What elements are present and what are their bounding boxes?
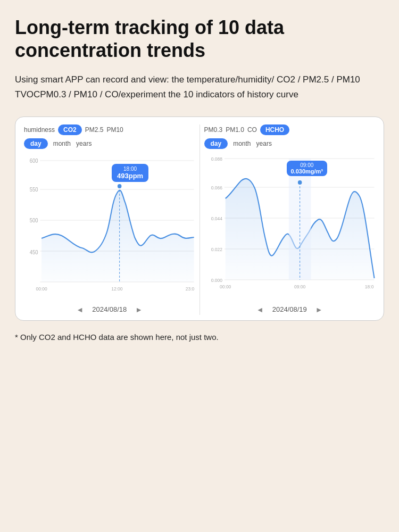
footnote: * Only CO2 and HCHO data are shown here,… [15, 331, 384, 344]
svg-text:0.044: 0.044 [211, 216, 222, 221]
time-years-right[interactable]: years [256, 140, 272, 147]
tab-co[interactable]: CO [247, 126, 257, 134]
chart-bottom-right: ◄ 2024/08/19 ► [204, 304, 376, 315]
prev-arrow-right[interactable]: ◄ [253, 304, 267, 315]
date-left: 2024/08/18 [92, 305, 127, 313]
date-right: 2024/08/19 [272, 305, 307, 313]
tab-pm03[interactable]: PM0.3 [204, 126, 223, 134]
chart-svg-left: 600 550 500 450 [24, 153, 195, 302]
charts-container: humidness CO2 PM2.5 PM10 day month years… [15, 117, 384, 321]
svg-text:0.000: 0.000 [211, 278, 222, 283]
tab-hcho-active[interactable]: HCHO [260, 124, 289, 135]
page-description: Using smart APP can record and view: the… [15, 72, 384, 101]
time-month-left[interactable]: month [53, 140, 71, 147]
tab-co2-active[interactable]: CO2 [58, 124, 82, 135]
chart-area-left: 600 550 500 450 [24, 153, 195, 302]
tab-pm25[interactable]: PM2.5 [85, 126, 104, 134]
time-row-left: day month years [24, 138, 195, 149]
tab-row-left: humidness CO2 PM2.5 PM10 [24, 124, 195, 135]
svg-text:00:00: 00:00 [36, 286, 47, 292]
tab-humidness[interactable]: humidness [24, 126, 55, 134]
chart-area-right: 0.088 0.066 0.044 0.022 0.000 [204, 153, 376, 302]
svg-text:0.066: 0.066 [211, 185, 222, 190]
tab-pm10[interactable]: PM10 [106, 126, 123, 134]
next-arrow-left[interactable]: ► [132, 304, 146, 315]
chart-bottom-left: ◄ 2024/08/18 ► [24, 304, 195, 315]
svg-text:12:00: 12:00 [111, 286, 122, 292]
chart-panel-right: PM0.3 PM1.0 CO HCHO day month years 0.08… [200, 124, 379, 315]
chart-svg-right: 0.088 0.066 0.044 0.022 0.000 [204, 153, 376, 302]
chart-panel-left: humidness CO2 PM2.5 PM10 day month years… [21, 124, 200, 315]
time-row-right: day month years [204, 138, 376, 149]
page-title: Long-term tracking of 10 data concentrat… [15, 16, 384, 62]
time-day-active-right[interactable]: day [204, 138, 228, 149]
svg-text:0.022: 0.022 [211, 247, 222, 252]
svg-text:23:0: 23:0 [186, 286, 195, 292]
tab-pm10-right[interactable]: PM1.0 [226, 126, 244, 134]
svg-point-10 [118, 184, 122, 188]
time-month-right[interactable]: month [233, 140, 251, 147]
svg-text:550: 550 [30, 187, 38, 193]
svg-text:0.088: 0.088 [211, 156, 222, 162]
svg-point-26 [297, 180, 302, 185]
tab-row-right: PM0.3 PM1.0 CO HCHO [204, 124, 376, 135]
svg-text:500: 500 [30, 218, 38, 223]
time-day-active-left[interactable]: day [24, 138, 48, 149]
svg-text:450: 450 [30, 250, 38, 255]
svg-text:09:00: 09:00 [294, 284, 305, 289]
svg-text:00:00: 00:00 [220, 284, 231, 289]
prev-arrow-left[interactable]: ◄ [73, 304, 87, 315]
svg-text:600: 600 [30, 158, 38, 164]
time-years-left[interactable]: years [76, 140, 92, 147]
next-arrow-right[interactable]: ► [312, 304, 326, 315]
svg-text:18:0: 18:0 [364, 284, 373, 289]
